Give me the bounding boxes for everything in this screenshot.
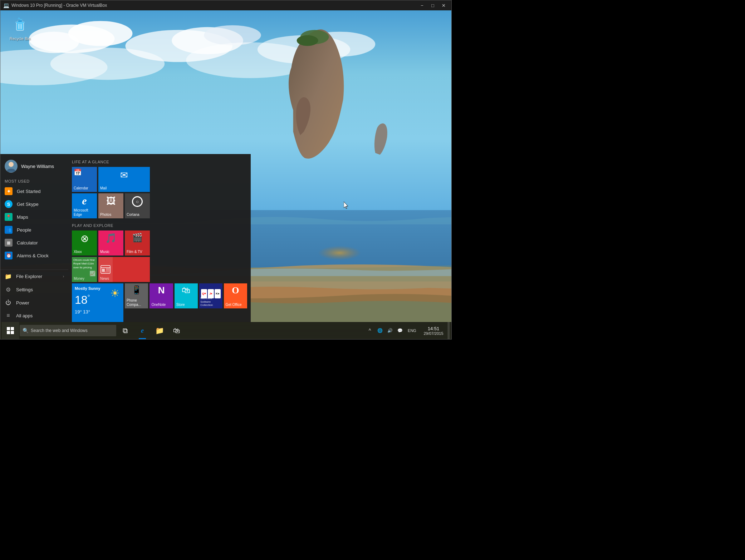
tile-calendar[interactable]: 📅 Calendar [72,167,97,192]
maps-label: Maps [17,214,28,220]
tile-onenote[interactable]: N OneNote [150,283,173,308]
sidebar-item-power[interactable]: ⏻ Power [0,296,68,309]
settings-icon: ⚙ [5,286,12,293]
weather-condition: Mostly Sunny [75,286,101,291]
svg-rect-18 [18,20,22,22]
sidebar-item-people[interactable]: 👥 People [0,223,68,236]
settings-label: Settings [16,287,33,292]
start-menu-tiles: Life at a glance 📅 Calendar ✉ Mail [68,154,251,322]
life-at-a-glance-label: Life at a glance [72,160,247,164]
start-menu-left-panel: Wayne Williams Most used ✦ Get Started S… [0,154,68,322]
svg-rect-26 [102,269,105,272]
start-menu-items-list: ✦ Get Started S Get Skype 📍 Maps 👥 Peopl… [0,185,68,262]
network-icon: 🌐 [377,328,383,333]
search-placeholder: Search the web and Windows [31,328,88,333]
get-started-label: Get Started [17,189,40,194]
taskbar-store[interactable]: 🛍 [168,322,185,339]
file-explorer-label: File Explorer [16,274,42,279]
store-taskbar-icon: 🛍 [173,327,180,335]
tile-get-office[interactable]: O Get Office [224,283,247,308]
tray-action-center[interactable]: 💬 [395,322,405,339]
action-center-icon: 💬 [397,328,403,333]
tray-expand-button[interactable]: ^ [365,322,375,339]
search-icon: 🔍 [23,328,29,333]
task-view-icon: ⧉ [123,327,128,335]
tile-mail[interactable]: ✉ Mail [98,167,150,192]
alarms-icon: ⏰ [5,252,13,259]
user-avatar [5,160,18,173]
start-menu-bottom: 📁 File Explorer › ⚙ Settings ⏻ Power [0,269,68,322]
start-button[interactable] [2,322,19,339]
alarms-label: Alarms & Clock [17,253,49,258]
sidebar-item-get-started[interactable]: ✦ Get Started [0,185,68,198]
tile-cortana[interactable]: ○ Cortana [125,193,150,218]
tiles-row-5: ☀ Mostly Sunny 18° 19° 13° London [72,283,247,322]
film-tv-tile-label: Film & TV [127,250,142,254]
vm-minimize-button[interactable]: − [417,2,427,9]
tile-music[interactable]: 🎵 Music [98,231,123,256]
tile-photos[interactable]: 🖼 Photos [98,193,123,218]
tile-edge[interactable]: e Microsoft Edge [72,193,97,218]
vm-close-button[interactable]: ✕ [438,2,449,9]
all-apps-label: All apps [16,313,33,318]
tray-network-icon[interactable]: 🌐 [375,322,385,339]
vm-maximize-button[interactable]: □ [428,2,438,9]
taskbar-edge[interactable]: e [134,322,151,339]
tray-volume-icon[interactable]: 🔊 [385,322,395,339]
music-tile-label: Music [100,250,109,254]
language-indicator[interactable]: ENG [405,322,419,339]
svg-rect-33 [7,331,10,334]
vm-titlebar: 💻 Windows 10 Pro [Running] - Oracle VM V… [0,0,451,10]
file-explorer-icon: 📁 [5,273,12,280]
money-news-text: Ofcom could fine Royal Mail £1bn over it… [73,258,95,269]
recycle-bin-icon[interactable]: Recycle Bin [8,18,33,41]
taskbar-file-explorer[interactable]: 📁 [151,322,168,339]
money-chart-icon: 📈 [89,271,95,276]
tile-solitaire[interactable]: Q♥ J♦ K♠ Microsoft Solitaire Collection [199,283,222,308]
get-office-tile-label: Get Office [226,303,242,307]
sidebar-item-calculator[interactable]: ▦ Calculator [0,236,68,249]
sidebar-item-all-apps[interactable]: ≡ All apps [0,309,68,322]
get-skype-label: Get Skype [17,202,39,207]
file-explorer-taskbar-icon: 📁 [155,326,164,335]
language-text: ENG [408,328,416,333]
clock-date: 29/07/2015 [423,331,443,336]
svg-rect-17 [16,22,24,23]
edge-tile-label: Microsoft Edge [74,208,97,217]
sidebar-item-maps[interactable]: 📍 Maps [0,210,68,223]
xbox-tile-label: Xbox [74,250,82,254]
tile-phone-companion[interactable]: 📱 Phone Compa... [125,283,148,308]
sidebar-item-settings[interactable]: ⚙ Settings [0,283,68,296]
maps-icon: 📍 [5,213,13,221]
tile-news[interactable]: News [98,257,150,282]
store-tile-label: Store [176,303,185,307]
show-desktop-button[interactable] [448,322,450,339]
tile-money[interactable]: Ofcom could fine Royal Mail £1bn over it… [72,257,97,282]
sidebar-item-alarms[interactable]: ⏰ Alarms & Clock [0,249,68,262]
onenote-tile-label: OneNote [151,303,166,307]
svg-rect-34 [11,331,14,334]
tile-xbox[interactable]: ⊗ Xbox [72,231,97,256]
tile-store[interactable]: 🛍 Store [175,283,198,308]
vm-title: Windows 10 Pro [Running] - Oracle VM Vir… [11,3,415,8]
clock-area[interactable]: 14:51 29/07/2015 [419,322,448,339]
start-menu: Wayne Williams Most used ✦ Get Started S… [0,154,251,322]
clock-time: 14:51 [428,326,440,331]
mail-tile-label: Mail [100,186,107,190]
task-view-button[interactable]: ⧉ [117,322,133,339]
svg-rect-31 [7,327,10,330]
tile-film-tv[interactable]: 🎬 Film & TV [125,231,150,256]
get-started-icon: ✦ [5,187,13,195]
power-label: Power [16,300,29,306]
sidebar-item-get-skype[interactable]: S Get Skype [0,198,68,210]
search-bar[interactable]: 🔍 Search the web and Windows [20,325,116,336]
tiles-row-2: e Microsoft Edge 🖼 Photos ○ Cortana [72,193,247,218]
tile-weather[interactable]: ☀ Mostly Sunny 18° 19° 13° London [72,283,123,322]
cortana-tile-label: Cortana [127,213,139,217]
expand-icon: ^ [369,328,371,333]
photos-tile-label: Photos [100,213,111,217]
sidebar-item-file-explorer[interactable]: 📁 File Explorer › [0,270,68,283]
user-name: Wayne Williams [21,164,54,169]
taskbar: 🔍 Search the web and Windows ⧉ e 📁 🛍 [0,322,451,339]
user-section[interactable]: Wayne Williams [0,154,68,177]
